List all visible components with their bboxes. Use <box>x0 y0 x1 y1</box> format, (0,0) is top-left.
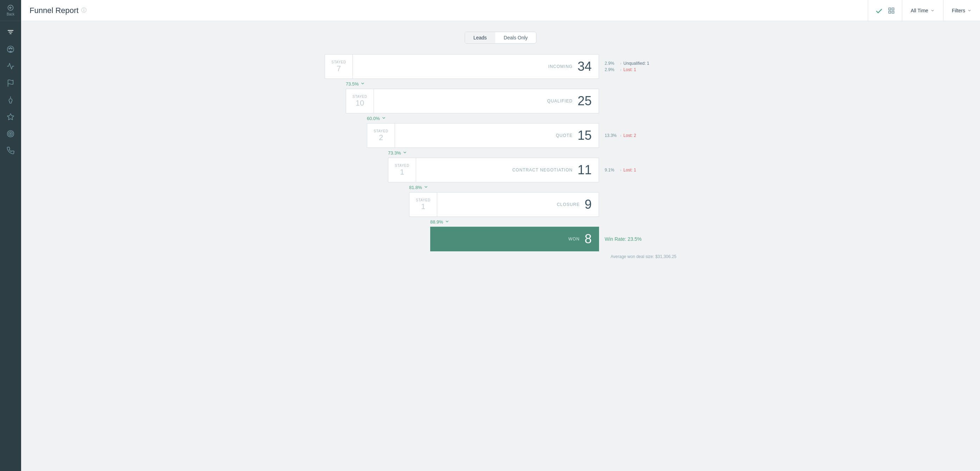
sidebar-icon-palette[interactable] <box>3 42 18 57</box>
stage-label-quote: QUOTE <box>556 133 573 138</box>
avg-deal-size: Average won deal size: $31,306.25 <box>325 254 676 259</box>
sidebar-icon-funnel[interactable] <box>3 25 18 40</box>
sidebar-icon-star[interactable] <box>3 109 18 125</box>
content-area: Leads Deals Only STAYED 7 INCOMING 34 <box>21 21 980 471</box>
funnel-stage-contract: STAYED 1 CONTRACT NEGOTIATION 11 9.1% › … <box>388 158 676 182</box>
stage-bar-won: WON 8 <box>430 227 599 251</box>
sidebar-icon-activity[interactable] <box>3 58 18 74</box>
stage-count-contract: 11 <box>578 163 592 177</box>
side-text-0: Unqualified: 1 <box>623 61 649 66</box>
back-label: Back <box>7 12 14 16</box>
funnel-stage-incoming: STAYED 7 INCOMING 34 2.9% › Unqualified:… <box>325 54 676 79</box>
bar-contract: CONTRACT NEGOTIATION 11 <box>416 158 599 182</box>
view-toggles <box>868 0 902 21</box>
side-chevron-quote-0: › <box>620 134 621 137</box>
time-filter[interactable]: All Time <box>902 0 943 21</box>
stayed-label-contract: STAYED <box>395 164 409 168</box>
svg-marker-11 <box>7 114 14 120</box>
page-title: Funnel Report <box>30 6 78 15</box>
bar-incoming: INCOMING 34 <box>353 54 599 79</box>
side-info-contract: 9.1% › Lost: 1 <box>599 168 676 172</box>
svg-rect-16 <box>892 8 894 10</box>
filters-button[interactable]: Filters <box>943 0 980 21</box>
sidebar-icon-flag[interactable] <box>3 75 18 91</box>
side-pct-contract-0: 9.1% <box>605 168 618 172</box>
stage-label-incoming: INCOMING <box>548 64 573 69</box>
stage-count-closure: 9 <box>585 197 592 212</box>
header: Funnel Report ⓘ <box>21 0 980 21</box>
header-title-area: Funnel Report ⓘ <box>21 6 868 15</box>
stage-label-closure: CLOSURE <box>557 202 580 207</box>
stage-bar-qualified: STAYED 10 QUALIFIED 25 <box>346 89 599 113</box>
time-filter-label: All Time <box>911 8 928 13</box>
conv-pct-0: 73.5% <box>346 81 359 86</box>
stayed-value-qualified: 10 <box>356 99 364 108</box>
stayed-box-incoming: STAYED 7 <box>325 54 353 79</box>
conversion-closure-won: 88.9% <box>325 217 676 226</box>
view-tabs: Leads Deals Only <box>465 32 537 44</box>
side-chevron-contract-0: › <box>620 168 621 172</box>
list-view-toggle[interactable] <box>875 7 883 14</box>
stage-bar-incoming: STAYED 7 INCOMING 34 <box>325 54 599 79</box>
conv-pct-1: 60.0% <box>367 116 380 121</box>
stayed-box-contract: STAYED 1 <box>388 158 416 182</box>
bar-quote: QUOTE 15 <box>395 123 599 148</box>
funnel-stage-won: WON 8 Win Rate: 23.5% <box>430 227 676 251</box>
win-rate-text: Win Rate: 23.5% <box>605 236 642 242</box>
side-row-contract-0: 9.1% › Lost: 1 <box>605 168 676 172</box>
deals-tab[interactable]: Deals Only <box>495 32 536 43</box>
stayed-value-incoming: 7 <box>337 64 341 73</box>
stage-label-qualified: QUALIFIED <box>547 99 573 104</box>
stage-bar-closure: STAYED 1 CLOSURE 9 <box>409 192 599 217</box>
bar-won: WON 8 <box>430 227 599 251</box>
info-icon[interactable]: ⓘ <box>81 7 86 14</box>
stayed-label-incoming: STAYED <box>331 60 346 64</box>
svg-point-13 <box>9 132 13 136</box>
side-text-lost-quote-0: Lost: 2 <box>623 133 636 138</box>
stayed-label-quote: STAYED <box>374 129 388 133</box>
main-content: Funnel Report ⓘ <box>21 0 980 471</box>
stage-label-contract: CONTRACT NEGOTIATION <box>512 168 573 172</box>
conversion-incoming-qualified: 73.5% <box>325 80 676 88</box>
sidebar-icon-phone[interactable] <box>3 143 18 158</box>
stayed-value-contract: 1 <box>400 168 404 177</box>
bar-closure: CLOSURE 9 <box>437 192 599 217</box>
svg-point-14 <box>10 133 11 134</box>
sidebar: Back <box>0 0 21 471</box>
side-chevron-1: › <box>620 68 621 72</box>
svg-point-7 <box>10 48 11 49</box>
funnel-chart: STAYED 7 INCOMING 34 2.9% › Unqualified:… <box>325 54 676 259</box>
conv-pct-4: 88.9% <box>430 219 443 225</box>
sidebar-icon-target[interactable] <box>3 126 18 142</box>
win-rate-row: Win Rate: 23.5% <box>605 236 676 242</box>
svg-rect-17 <box>889 11 891 13</box>
side-row-quote-0: 13.3% › Lost: 2 <box>605 133 676 138</box>
side-pct-0: 2.9% <box>605 61 618 66</box>
sidebar-icon-bulb[interactable] <box>3 92 18 108</box>
sidebar-nav <box>3 21 18 471</box>
filters-label: Filters <box>952 8 965 13</box>
stayed-label-closure: STAYED <box>416 198 431 202</box>
header-actions: All Time Filters <box>868 0 980 21</box>
funnel-stage-qualified: STAYED 10 QUALIFIED 25 <box>346 89 676 113</box>
conversion-qualified-quote: 60.0% <box>325 114 676 123</box>
stayed-label-qualified: STAYED <box>352 95 367 99</box>
stage-count-incoming: 34 <box>578 59 592 74</box>
conversion-quote-contract: 73.3% <box>325 148 676 157</box>
stayed-box-quote: STAYED 2 <box>367 123 395 148</box>
funnel-stage-quote: STAYED 2 QUOTE 15 13.3% › Lost: 2 <box>367 123 676 148</box>
svg-point-8 <box>11 48 12 49</box>
stayed-box-closure: STAYED 1 <box>409 192 437 217</box>
svg-point-6 <box>9 48 10 49</box>
side-info-won: Win Rate: 23.5% <box>599 236 676 242</box>
conversion-contract-closure: 81.8% <box>325 183 676 192</box>
conv-chevron-2 <box>402 150 407 156</box>
funnel-stage-closure: STAYED 1 CLOSURE 9 <box>409 192 676 217</box>
side-text-lost-1: Lost: 1 <box>623 67 636 72</box>
svg-rect-18 <box>892 11 894 13</box>
side-info-incoming: 2.9% › Unqualified: 1 2.9% › Lost: 1 <box>599 61 676 72</box>
grid-view-toggle[interactable] <box>888 7 895 14</box>
leads-tab[interactable]: Leads <box>465 32 495 43</box>
conv-pct-2: 73.3% <box>388 150 401 156</box>
back-button[interactable]: Back <box>0 0 21 21</box>
